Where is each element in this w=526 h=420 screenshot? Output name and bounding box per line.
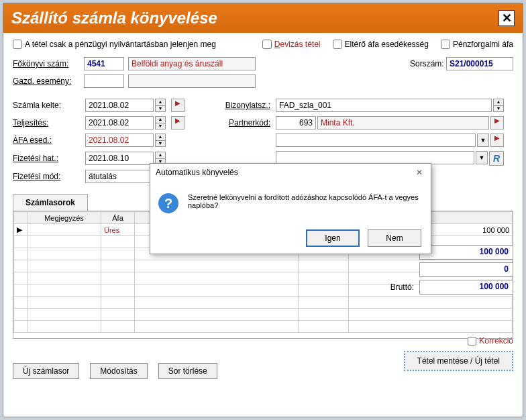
sorszam-label: Sorszám: xyxy=(410,59,444,68)
dialog-no-button[interactable]: Nem xyxy=(368,229,421,247)
title-bar: Szállító számla könyvelése ✕ xyxy=(3,3,523,33)
spinner-icon[interactable]: ▲▼ xyxy=(155,116,166,129)
sorszam-input[interactable] xyxy=(446,57,513,70)
dialog-titlebar: Automatikus könyvelés ✕ xyxy=(150,164,431,184)
szamla-kelte-label: Számla kelte: xyxy=(13,101,80,110)
partner-name xyxy=(317,116,489,129)
dialog-close-button[interactable]: ✕ xyxy=(413,168,425,180)
close-button[interactable]: ✕ xyxy=(498,10,515,26)
korrekcio-label: Korrekció xyxy=(479,336,513,346)
spinner-icon[interactable]: ▲▼ xyxy=(493,99,504,112)
main-window: Szállító számla könyvelése ✕ A tétel csa… xyxy=(3,3,523,417)
check-penzforgalmi-text: Pénzforgalmi áfa xyxy=(453,40,513,49)
check-only-finance-label[interactable]: A tétel csak a pénzügyi nyilvántartásban… xyxy=(13,40,216,49)
total-brutto: 100 000 xyxy=(419,280,513,295)
check-devizas-label[interactable]: Devizás tétel xyxy=(262,40,321,49)
checkbox-row: A tétel csak a pénzügyi nyilvántartásban… xyxy=(13,40,513,49)
szamla-kelte-input[interactable] xyxy=(85,99,154,112)
check-penzforgalmi-label[interactable]: Pénzforgalmi áfa xyxy=(441,40,513,49)
tab-szamlasorok[interactable]: Számlasorok xyxy=(13,194,88,211)
check-only-finance[interactable] xyxy=(13,40,22,49)
fizetesi-mod-label: Fizetési mód: xyxy=(13,172,80,181)
dialog-message: Szeretné lekönyvelni a fordított adózásh… xyxy=(188,193,423,213)
munkaszam-input[interactable] xyxy=(276,134,476,147)
teljesites-label: Teljesítés: xyxy=(13,118,80,127)
date-play-button[interactable]: ▶ xyxy=(171,99,185,112)
dialog-title-text: Automatikus könyvelés xyxy=(156,168,238,180)
field-play-button[interactable]: ▶ xyxy=(490,134,504,147)
spinner-icon[interactable]: ▲▼ xyxy=(155,99,166,112)
question-icon: ? xyxy=(158,193,178,213)
spinner-icon[interactable]: ▲▼ xyxy=(155,134,166,147)
col-megjegyzes: Megjegyzés xyxy=(28,212,101,224)
fokonvyi-label: Főkönyvi szám: xyxy=(13,59,80,68)
check-eltero-afa[interactable] xyxy=(333,40,342,49)
gazd-desc xyxy=(128,74,256,88)
new-line-button[interactable]: Új számlasor xyxy=(13,363,79,379)
brutto-label: Bruttó: xyxy=(390,282,414,292)
check-devizas-text: Devizás tétel xyxy=(274,40,321,49)
gazd-label: Gazd. esemény: xyxy=(13,76,80,86)
check-only-finance-text: A tétel csak a pénzügyi nyilvántartásban… xyxy=(25,40,216,49)
modify-button[interactable]: Módosítás xyxy=(90,363,147,379)
korrekcio-checkbox[interactable] xyxy=(468,337,476,346)
check-penzforgalmi[interactable] xyxy=(441,40,450,49)
r-icon-button[interactable]: R xyxy=(489,151,504,166)
extra-field-input[interactable] xyxy=(276,151,474,164)
partnerkod-input[interactable] xyxy=(276,116,316,129)
save-button[interactable]: Tétel mentése / Új tétel xyxy=(404,351,513,371)
top-rows: Főkönyvi szám: Gazd. esemény: Sorszám: xyxy=(13,57,513,92)
partner-play-button[interactable]: ▶ xyxy=(490,116,504,129)
afa-esed-input[interactable] xyxy=(85,134,154,147)
fokonvyi-desc xyxy=(128,57,256,70)
col-afa: Áfa xyxy=(101,212,135,224)
bizonylatsz-input[interactable] xyxy=(276,99,492,112)
window-title: Szállító számla könyvelése xyxy=(11,9,217,28)
teljesites-input[interactable] xyxy=(85,116,154,129)
confirm-dialog: Automatikus könyvelés ✕ ? Szeretné lekön… xyxy=(150,163,431,254)
check-devizas[interactable] xyxy=(262,40,272,49)
partnerkod-label: Partnerkód: xyxy=(203,118,270,127)
total-netto: 100 000 xyxy=(419,245,513,260)
dropdown-arrow-icon[interactable]: ▼ xyxy=(477,134,489,147)
afa-esed-label: ÁFA esed.: xyxy=(13,136,80,145)
gazd-input[interactable] xyxy=(84,74,124,88)
date-play-button-2[interactable]: ▶ xyxy=(171,116,185,129)
dropdown-arrow-icon[interactable]: ▼ xyxy=(476,151,488,164)
check-eltero-afa-label[interactable]: Eltérő áfa esedékesség xyxy=(333,40,429,49)
row-afa-cell: Üres xyxy=(101,224,135,236)
delete-line-button[interactable]: Sor törlése xyxy=(158,363,217,379)
check-eltero-afa-text: Eltérő áfa esedékesség xyxy=(345,40,429,49)
korrekcio-check[interactable]: Korrekció xyxy=(468,336,513,346)
total-afa: 0 xyxy=(419,262,513,277)
fokonvyi-input[interactable] xyxy=(84,57,124,70)
bizonylatsz-label: Bizonylatsz.: xyxy=(203,101,270,110)
fizetesi-hat-input[interactable] xyxy=(85,152,154,165)
fizetesi-hat-label: Fizetési hat.: xyxy=(13,154,80,163)
dialog-yes-button[interactable]: Igen xyxy=(306,229,360,247)
